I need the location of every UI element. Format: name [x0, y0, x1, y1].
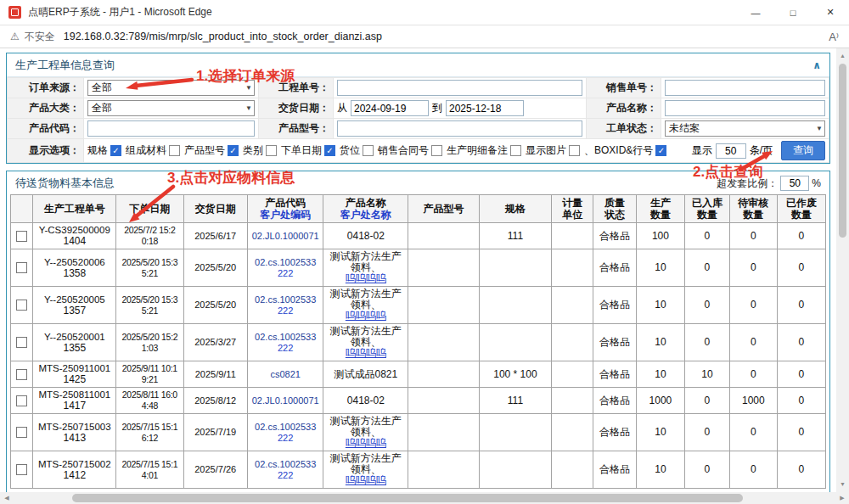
unit-cell — [552, 249, 593, 287]
sales-no-input[interactable] — [665, 80, 825, 96]
close-button[interactable]: ✕ — [812, 0, 849, 25]
customer-column-link[interactable]: 客户处名称 — [324, 209, 407, 221]
product-model-cell — [408, 249, 479, 287]
row-checkbox[interactable] — [16, 337, 27, 348]
select-column-header — [11, 195, 33, 223]
product-model-cell — [408, 361, 479, 388]
vertical-scrollbar[interactable] — [836, 48, 849, 492]
qty-pending-cell: 0 — [729, 414, 777, 451]
search-button[interactable]: 查询 — [781, 141, 825, 160]
order-number-cell[interactable]: MTS-2509110011425 — [33, 361, 116, 388]
display-option: 货位 — [340, 143, 374, 158]
display-option-checkbox[interactable] — [266, 145, 277, 156]
row-select-cell — [11, 388, 33, 414]
row-checkbox[interactable] — [16, 369, 27, 380]
order-number-cell[interactable]: Y--2505200051357 — [33, 287, 116, 324]
scroll-down-icon[interactable] — [836, 479, 849, 490]
qty-pending-cell: 0 — [729, 249, 777, 287]
row-select-cell — [11, 223, 33, 249]
ratio-input[interactable] — [780, 176, 809, 191]
column-header: 生产工程单号 — [33, 195, 116, 223]
product-name-link[interactable]: 呜呜呜呜 — [325, 273, 406, 284]
customer-column-link[interactable]: 客户处编码 — [249, 209, 323, 221]
scroll-up-icon[interactable] — [836, 50, 849, 62]
product-name-link[interactable]: 呜呜呜呜 — [325, 311, 406, 322]
app-icon — [8, 6, 21, 19]
qty-instock-cell: 0 — [684, 249, 729, 287]
product-code-input[interactable] — [87, 120, 255, 137]
product-name-input[interactable] — [665, 100, 825, 116]
order-number-cell[interactable]: MTS-2507150031413 — [33, 414, 116, 451]
ratio-label: 超发套比例： — [717, 176, 778, 191]
row-checkbox[interactable] — [16, 395, 27, 406]
display-option-checkbox[interactable] — [569, 145, 580, 156]
order-number-cell[interactable]: MTS-2508110011417 — [33, 388, 116, 414]
display-option: 类别 — [243, 143, 277, 158]
delivery-date-cell: 2025/3/27 — [183, 324, 247, 361]
row-checkbox[interactable] — [16, 231, 27, 242]
date-from-label: 从 — [337, 101, 347, 115]
order-status-label: 工单状态： — [587, 119, 661, 139]
product-name-label: 产品名称： — [587, 98, 661, 119]
dropdown-arrow-icon — [816, 125, 823, 132]
column-header-line2: 状态 — [594, 209, 635, 221]
order-status-select[interactable]: 未结案 — [665, 120, 825, 137]
url-text[interactable]: 192.168.0.32:789/mis/mrp/slc_product_int… — [64, 31, 382, 42]
table-row: MTS-25091100114252025/9/11 10:19:212025/… — [11, 361, 826, 388]
project-no-label: 工程单号： — [259, 78, 334, 98]
maximize-button[interactable]: □ — [774, 0, 812, 25]
spec-cell: 100 * 100 — [479, 361, 552, 388]
scroll-left-icon[interactable] — [1, 492, 13, 504]
row-checkbox[interactable] — [16, 300, 27, 311]
row-checkbox[interactable] — [16, 427, 27, 438]
project-no-input[interactable] — [337, 80, 582, 96]
page-size-input[interactable] — [716, 143, 746, 159]
display-option-checkbox[interactable] — [363, 145, 374, 156]
column-header: 已作废数量 — [777, 195, 825, 223]
horizontal-scrollbar-thumb[interactable] — [72, 494, 743, 502]
display-option-checkbox[interactable] — [510, 145, 521, 156]
product-model-input[interactable] — [337, 120, 582, 137]
page-size-label: 显示 — [692, 143, 712, 158]
product-model-cell — [408, 414, 479, 451]
date-from-input[interactable] — [351, 100, 429, 116]
column-header-line1: 产品代码 — [249, 197, 323, 209]
row-checkbox[interactable] — [16, 464, 27, 475]
vertical-scrollbar-thumb[interactable] — [839, 64, 846, 238]
order-number-cell[interactable]: Y-CS3925000091404 — [33, 223, 116, 249]
qty-voided-cell: 0 — [777, 287, 825, 324]
date-to-input[interactable] — [446, 100, 524, 116]
product-name-link[interactable]: 呜呜呜呜 — [325, 348, 406, 359]
product-code-cell: 02.cs.1002533222 — [247, 324, 323, 361]
display-option-checkbox[interactable] — [431, 145, 442, 156]
display-option-checkbox[interactable]: ✓ — [324, 145, 335, 156]
display-option: 、BOXID&行号✓ — [584, 143, 666, 158]
results-panel: 待送货物料基本信息 超发套比例： % — [6, 171, 830, 492]
order-number-cell[interactable]: Y--2505200011355 — [33, 324, 116, 361]
column-header-line1: 生产 — [638, 197, 683, 209]
horizontal-scrollbar[interactable] — [0, 492, 849, 504]
display-option-checkbox[interactable]: ✓ — [110, 145, 121, 156]
column-header-line1: 计量 — [553, 197, 592, 209]
collapse-panel-icon[interactable]: ∧ — [812, 59, 821, 71]
product-name-link[interactable]: 呜呜呜呜 — [325, 475, 406, 486]
unit-cell — [552, 223, 593, 249]
order-number-cell[interactable]: Y--2505200061358 — [33, 249, 116, 287]
qty-pending-cell: 0 — [729, 324, 777, 361]
order-source-select[interactable]: 全部 — [87, 80, 255, 96]
row-select-cell — [11, 249, 33, 287]
product-category-select[interactable]: 全部 — [87, 100, 255, 116]
scroll-right-icon[interactable] — [836, 492, 848, 504]
security-badge[interactable]: 不安全 — [25, 30, 55, 44]
product-name-link[interactable]: 呜呜呜呜 — [325, 438, 406, 449]
row-checkbox[interactable] — [16, 262, 27, 273]
display-option-checkbox[interactable]: ✓ — [655, 145, 666, 156]
order-number-cell[interactable]: MTS-2507150021412 — [33, 451, 116, 489]
display-option-label: 生产明细备注 — [447, 143, 508, 158]
display-option-checkbox[interactable]: ✓ — [228, 145, 239, 156]
read-aloud-icon[interactable]: A⁾ — [829, 31, 839, 43]
minimize-button[interactable]: — — [737, 0, 774, 25]
display-option-checkbox[interactable] — [169, 145, 180, 156]
column-header: 产品代码客户处编码 — [247, 195, 323, 223]
quality-cell: 合格品 — [593, 361, 637, 388]
